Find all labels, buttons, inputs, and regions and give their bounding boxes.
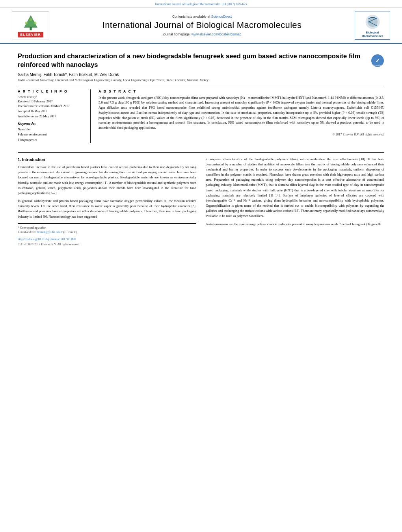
article-authors: Saliha Memiş, Fatih Tornuk*, Fatih Bozku… [18,72,384,77]
abstract-title: A B S T R A C T [99,89,384,93]
article-meta-section: A R T I C L E I N F O Article history: R… [18,86,384,143]
keywords-section: Keywords: Nanofiller Polymer reinforceme… [18,122,85,143]
svg-point-5 [29,18,32,21]
svg-point-11 [375,25,377,26]
homepage-url[interactable]: www.elsevier.com/locate/ijbiomac [192,32,241,36]
journal-title: International Journal of Biological Macr… [53,20,351,30]
svg-text:CrossMark: CrossMark [373,64,383,67]
bio-macro-logo: BiologicalMacromolecules [355,11,390,40]
svg-point-9 [375,18,377,19]
body-columns: 1. Introduction Tremendous increase in t… [0,157,402,247]
keyword-film: Film properties [18,137,85,143]
elsevier-tree-icon [19,13,43,31]
article-title-section: Production and characterization of a new… [18,52,384,69]
article-title: Production and characterization of a new… [18,52,367,69]
body-right-para-1: to improve characteristics of the biodeg… [206,157,384,219]
sciencedirect-link[interactable]: ScienceDirect [211,15,232,19]
top-journal-line: International Journal of Biological Macr… [0,0,402,8]
intro-para-1: Tremendous increase in the use of petrol… [18,165,196,196]
email-label: E-mail address: [18,230,36,234]
svg-point-3 [25,22,28,24]
elsevier-logo: ELSEVIER [12,11,49,39]
revised-date: Received in revised form 30 March 2017 [18,104,85,109]
history-label: Article history: [18,95,85,99]
body-column-right: to improve characteristics of the biodeg… [206,157,384,247]
elsevier-label: ELSEVIER [18,32,43,37]
page-wrapper: International Journal of Biological Macr… [0,0,402,532]
corresponding-note: * Corresponding author. [18,226,196,230]
bio-macro-text: BiologicalMacromolecules [357,31,388,38]
abstract-text: In the present work, fenugreek seed gum … [99,95,384,130]
copyright-line: © 2017 Elsevier B.V. All rights reserved… [99,133,384,136]
intro-para-2: In general, carbohydrate and protein bas… [18,198,196,219]
email-note: E-mail address: ftornuk@yildiz.edu.tr (F… [18,230,196,234]
keyword-polymer: Polymer reinforcement [18,132,85,137]
received-label: Received 18 February 2017 [18,99,53,104]
article-info-column: A R T I C L E I N F O Article history: R… [18,89,91,143]
article-info-title: A R T I C L E I N F O [18,89,85,93]
bio-macro-icon [362,13,383,31]
body-column-left: 1. Introduction Tremendous increase in t… [18,157,196,247]
abstract-column: A B S T R A C T In the present work, fen… [99,89,384,143]
corresponding-label: * Corresponding author. [18,226,47,230]
svg-text:✓: ✓ [375,57,380,64]
article-affiliation: Yildiz Technical University, Chemical an… [18,78,384,83]
svg-point-4 [34,22,36,24]
svg-point-8 [368,18,370,19]
issn-line: 0141-8130/© 2017 Elsevier B.V. All right… [18,243,80,246]
email-link[interactable]: ftornuk@yildiz.edu.tr [37,230,63,234]
accepted-label: Accepted 16 May 2017 [18,109,47,114]
body-right-para-2: Galactomannans are the main storage poly… [206,222,384,227]
crossmark-icon: ✓ CrossMark [371,54,384,67]
keyword-nanofiller: Nanofiller [18,127,85,132]
doi-section: http://dx.doi.org/10.1016/j.ijbiomac.201… [18,237,196,247]
header-area: ELSEVIER Contents lists available at Sci… [0,8,402,44]
contents-line: Contents lists available at ScienceDirec… [53,15,351,19]
section-divider [18,152,384,153]
crossmark-badge[interactable]: ✓ CrossMark [371,54,384,68]
svg-point-10 [368,21,370,23]
doi-link[interactable]: http://dx.doi.org/10.1016/j.ijbiomac.201… [18,237,76,241]
revised-label: Received in revised form 30 March 2017 [18,104,70,109]
article-content: Production and characterization of a new… [0,44,402,148]
header-center: Contents lists available at ScienceDirec… [53,15,351,36]
accepted-date: Accepted 16 May 2017 [18,109,85,114]
available-label: Available online 20 May 2017 [18,114,56,119]
contents-label: Contents lists available at [172,15,210,19]
available-date: Available online 20 May 2017 [18,114,85,119]
received-date: Received 18 February 2017 [18,99,85,104]
intro-heading: 1. Introduction [18,157,196,163]
footnote-area: * Corresponding author. E-mail address: … [18,223,196,235]
homepage-line: journal homepage: www.elsevier.com/locat… [53,32,351,36]
journal-citation: International Journal of Biological Macr… [155,2,247,6]
keywords-title: Keywords: [18,122,85,126]
homepage-label: journal homepage: [163,32,190,36]
email-name: (F. Tornuk). [63,230,78,234]
